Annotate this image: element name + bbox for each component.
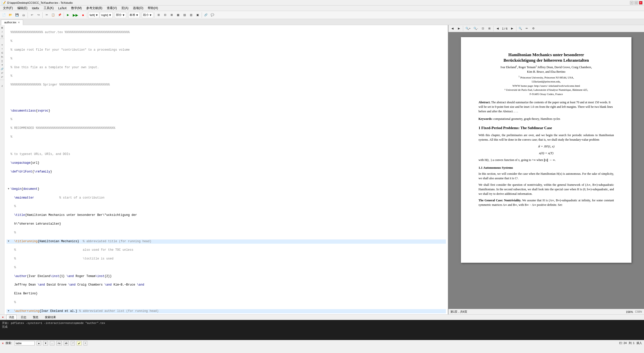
sidebar-math-icon[interactable]: ∑ — [1, 59, 4, 63]
fold-marker[interactable] — [7, 196, 11, 200]
preview-forward[interactable]: ▶ — [456, 25, 462, 32]
sidebar-ref-icon[interactable]: 🔗 — [1, 67, 4, 71]
left-bracket-dropdown[interactable]: \left{ ▼ — [88, 12, 99, 18]
preview-fit-width[interactable]: ⊡ — [480, 25, 486, 32]
table-btn6[interactable]: ▥ — [188, 12, 194, 18]
fold-marker[interactable] — [7, 300, 11, 305]
editor-content[interactable]: %%%%%%%%%%%%%%%%%% author.tex %%%%%%%%%%… — [5, 25, 448, 314]
menu-options[interactable]: 选项(O) — [131, 6, 145, 11]
sidebar-env-icon[interactable]: ∈ — [1, 51, 4, 55]
fold-marker[interactable] — [7, 292, 11, 296]
save-all-button[interactable]: 🗂 — [21, 12, 27, 18]
search-input[interactable] — [15, 341, 35, 345]
table-btn7[interactable]: ▣ — [195, 12, 201, 18]
sidebar-num2-icon[interactable]: x* — [1, 75, 4, 79]
cut-button[interactable]: ✂ — [44, 12, 50, 18]
sidebar-fn-icon[interactable]: fn — [1, 55, 4, 59]
redo-button[interactable]: ↪ — [35, 12, 41, 18]
run-button[interactable]: ▶▶ — [71, 12, 79, 18]
fold-marker[interactable] — [7, 248, 11, 252]
fold-marker[interactable] — [7, 222, 11, 226]
fold-marker[interactable] — [7, 100, 11, 104]
stop-button[interactable]: ■ — [80, 12, 86, 18]
preview-settings[interactable]: ⚙ — [530, 25, 536, 32]
title-bar-controls[interactable]: − □ ✕ — [630, 1, 642, 5]
table-btn4[interactable]: ▦ — [175, 12, 181, 18]
fold-marker[interactable] — [7, 257, 11, 261]
sidebar-list-icon[interactable]: • — [1, 47, 4, 51]
sidebar-2-icon[interactable]: 2 — [1, 84, 4, 88]
table-btn1[interactable]: ⊞ — [155, 12, 162, 18]
table-btn3[interactable]: ⊠ — [169, 12, 175, 18]
sidebar-italic-icon[interactable]: I — [1, 30, 4, 34]
search-options-button[interactable]: ... — [50, 341, 54, 345]
fold-marker[interactable]: ▼ — [7, 309, 11, 313]
right-bracket-dropdown[interactable]: \right} ▼ — [100, 12, 113, 18]
fold-marker[interactable] — [7, 30, 11, 35]
preview-prev-page[interactable]: ◀ — [495, 25, 501, 32]
preview-content[interactable]: Hamiltonian Mechanics unter besonderer B… — [448, 32, 644, 314]
ref-btn[interactable]: 🔗 — [203, 12, 209, 18]
table-btn2[interactable]: ⊟ — [162, 12, 168, 18]
fold-marker[interactable] — [7, 213, 11, 217]
sidebar-align-icon[interactable]: ≡ — [1, 43, 4, 47]
fold-marker[interactable] — [7, 161, 11, 165]
preview-back[interactable]: ◀ — [449, 25, 455, 32]
maximize-button[interactable]: □ — [634, 1, 638, 5]
paste-button[interactable]: 📌 — [57, 12, 63, 18]
menu-bib[interactable]: 参考文献(B) — [84, 6, 104, 11]
tab-close-author[interactable]: ✕ — [18, 21, 20, 24]
search-regex-button[interactable]: .* — [71, 341, 75, 345]
fold-marker[interactable] — [7, 179, 11, 183]
log-tab-messages[interactable]: 消息 — [7, 315, 17, 320]
fold-marker[interactable] — [7, 170, 11, 174]
menu-math[interactable]: 数学(M) — [69, 6, 84, 11]
font-dropdown[interactable]: 段小 ▼ — [142, 12, 153, 18]
menu-help[interactable]: 帮助(H) — [146, 6, 160, 11]
fold-marker[interactable] — [7, 144, 11, 148]
fold-marker[interactable] — [7, 92, 11, 96]
search-replace-button[interactable]: + — [84, 341, 87, 345]
fold-marker[interactable] — [7, 266, 11, 270]
preview-next-page[interactable]: ▶ — [509, 25, 515, 32]
section-dropdown[interactable]: 部分 ▼ — [115, 12, 126, 18]
fold-marker[interactable] — [7, 57, 11, 61]
fold-marker[interactable]: ▼ — [7, 239, 11, 244]
build-button[interactable]: ▶ — [65, 12, 71, 18]
sidebar-num1-icon[interactable]: x² — [1, 71, 4, 75]
sidebar-underline-icon[interactable]: U — [1, 34, 4, 38]
save-button[interactable]: 💾 — [14, 12, 20, 18]
fold-marker[interactable] — [7, 48, 11, 52]
menu-macro[interactable]: 宏(A) — [119, 6, 130, 11]
new-button[interactable]: 📄 — [1, 12, 7, 18]
fold-marker[interactable] — [7, 135, 11, 139]
open-button[interactable]: 📂 — [8, 12, 14, 18]
fold-marker[interactable] — [7, 204, 11, 209]
fold-marker[interactable] — [7, 109, 11, 113]
fold-marker[interactable]: ▼ — [7, 187, 11, 191]
comment-btn[interactable]: 💬 — [209, 12, 215, 18]
preview-zoom-in[interactable]: 🔍+ — [464, 25, 472, 32]
log-tab-log[interactable]: 日志 — [19, 315, 29, 320]
menu-view[interactable]: 查看(V) — [105, 6, 119, 11]
table-btn5[interactable]: ▤ — [182, 12, 188, 18]
log-tab-search[interactable]: 搜索结果 — [43, 315, 58, 320]
preview-fit-page[interactable]: ⊞ — [486, 25, 492, 32]
fold-marker[interactable] — [7, 231, 11, 235]
menu-latex[interactable]: LaTeX — [56, 6, 69, 11]
menu-tools[interactable]: 工具(K) — [42, 6, 56, 11]
preview-zoom-out[interactable]: 🔍- — [472, 25, 479, 32]
search-highlight-button[interactable]: 🖌 — [77, 341, 82, 345]
format-dropdown[interactable]: 标准 ▼ — [128, 12, 140, 18]
search-next-button[interactable]: ▼ — [43, 341, 48, 345]
fold-marker[interactable] — [7, 283, 11, 287]
copy-button[interactable]: 📋 — [50, 12, 56, 18]
search-close[interactable]: × — [2, 342, 4, 345]
fold-marker[interactable] — [7, 65, 11, 70]
close-button[interactable]: ✕ — [639, 1, 642, 5]
search-prev-button[interactable]: ▲ — [37, 341, 41, 345]
fold-marker[interactable] — [7, 39, 11, 43]
search-case-button[interactable]: Aa — [56, 341, 62, 345]
fold-marker[interactable] — [7, 126, 11, 130]
fold-marker[interactable] — [7, 274, 11, 279]
